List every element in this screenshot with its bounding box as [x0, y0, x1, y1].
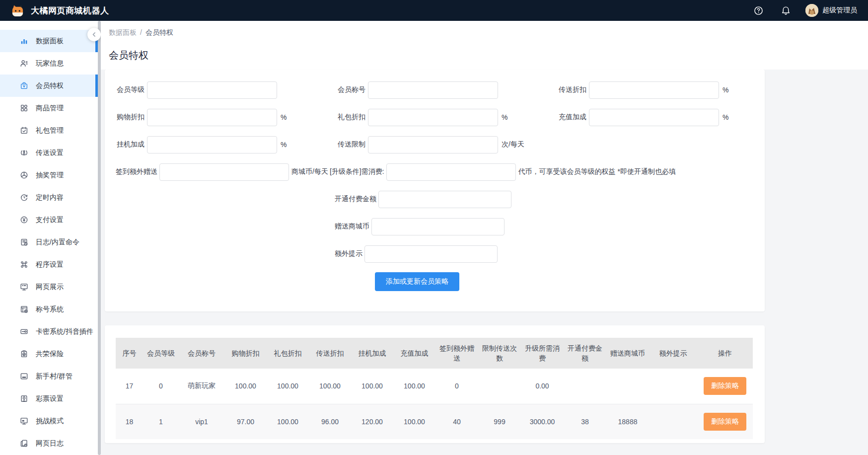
sidebar-item-label: 卡密系统/抖音插件	[36, 327, 93, 336]
sidebar-item-label: 传送设置	[36, 149, 64, 157]
form-field: 挂机加成%	[116, 136, 337, 153]
form-input[interactable]	[368, 81, 498, 99]
sidebar-item-program-settings[interactable]: 程序设置	[0, 253, 98, 276]
sidebar-item-log-command[interactable]: 日志/内置命令	[0, 231, 98, 253]
help-button[interactable]	[754, 6, 763, 15]
delete-policy-button[interactable]: 删除策略	[704, 413, 746, 431]
add-update-policy-button[interactable]: 添加或更新会员策略	[375, 272, 459, 291]
notifications-button[interactable]	[781, 6, 791, 15]
sidebar-scrollbar[interactable]	[98, 21, 101, 455]
scheduled-content-icon	[20, 193, 28, 202]
sidebar-item-label: 网页日志	[36, 439, 64, 448]
sidebar-item-payment-settings[interactable]: 支付设置	[0, 209, 98, 231]
table-cell: 96.00	[309, 404, 351, 439]
sidebar-item-dashboard[interactable]: 数据面板	[0, 30, 98, 52]
field-suffix: %	[281, 113, 287, 121]
table-row: 181vip197.00100.0096.00120.00100.0040999…	[116, 404, 753, 439]
field-suffix: %	[723, 86, 728, 94]
table-cell: 120.00	[351, 404, 393, 439]
field-label: 额外提示	[335, 249, 362, 258]
field-suffix: 商城币/每天	[291, 167, 328, 176]
bell-icon	[781, 6, 791, 15]
table-header-cell: 升级所需消费	[521, 338, 564, 369]
sidebar-item-label: 支付设置	[36, 216, 64, 225]
form-input[interactable]	[589, 109, 719, 126]
table-cell	[649, 369, 697, 404]
form-input[interactable]	[371, 218, 505, 235]
form-field: 额外提示	[335, 245, 765, 263]
avatar	[805, 4, 818, 17]
form-input[interactable]	[589, 81, 719, 99]
table-cell: vip1	[179, 404, 224, 439]
sidebar-item-vip-privilege[interactable]: 会员特权	[0, 75, 98, 97]
form-input[interactable]	[159, 163, 289, 181]
form-input[interactable]	[378, 191, 511, 208]
form-input[interactable]	[368, 109, 498, 126]
form-input[interactable]	[147, 109, 277, 126]
gift-manage-icon	[20, 126, 28, 135]
sidebar: 数据面板玩家信息会员特权商品管理礼包管理传送设置抽奖管理定时内容支付设置日志/内…	[0, 21, 101, 455]
sidebar-item-title-system[interactable]: 称号系统	[0, 298, 98, 320]
form-input[interactable]	[147, 136, 277, 153]
sidebar-item-scheduled-content[interactable]: 定时内容	[0, 186, 98, 209]
sidebar-item-gift-manage[interactable]: 礼包管理	[0, 119, 98, 142]
table-cell: 100.00	[393, 404, 435, 439]
sidebar-item-challenge-mode[interactable]: 挑战模式	[0, 410, 98, 432]
sidebar-item-label: 数据面板	[36, 37, 64, 46]
sidebar-collapse-button[interactable]	[87, 28, 101, 41]
table-action-cell: 删除策略	[697, 369, 753, 404]
sidebar-item-label: 礼包管理	[36, 126, 64, 135]
field-suffix: %	[502, 113, 507, 121]
form-field	[558, 136, 779, 153]
sidebar-item-goods-manage[interactable]: 商品管理	[0, 97, 98, 119]
form-input[interactable]	[386, 163, 516, 181]
table-cell: 100.00	[267, 369, 309, 404]
table-header-cell: 赠送商城币	[606, 338, 649, 369]
breadcrumb-item[interactable]: 数据面板	[109, 28, 137, 36]
sidebar-item-newbie-group[interactable]: 新手村/群管	[0, 365, 98, 387]
table-cell: 38	[564, 404, 606, 439]
insurance-icon	[20, 350, 28, 358]
sidebar-item-teleport-settings[interactable]: 传送设置	[0, 142, 98, 164]
member-policy-table: 序号会员等级会员称号购物折扣礼包折扣传送折扣挂机加成充值加成签到额外赠送限制传送…	[116, 338, 753, 439]
table-cell	[649, 404, 697, 439]
table-cell	[564, 369, 606, 404]
member-policy-table-card: 序号会员等级会员称号购物折扣礼包折扣传送折扣挂机加成充值加成签到额外赠送限制传送…	[105, 325, 765, 443]
player-info-icon	[20, 59, 28, 68]
form-field: 礼包折扣%	[337, 108, 558, 126]
table-cell: 萌新玩家	[179, 369, 224, 404]
form-grid: 会员等级会员称号传送折扣%购物折扣%礼包折扣%充值加成%挂机加成%传送限制次/每…	[116, 81, 765, 153]
table-cell	[606, 369, 649, 404]
table-cell	[478, 369, 521, 404]
sidebar-item-label: 新手村/群管	[36, 372, 72, 381]
form-input[interactable]	[147, 81, 277, 99]
table-cell: 0	[435, 369, 478, 404]
sidebar-item-player-info[interactable]: 玩家信息	[0, 52, 98, 75]
sidebar-item-insurance[interactable]: 共荣保险	[0, 343, 98, 365]
table-body: 170萌新玩家100.00100.00100.00100.00100.0000.…	[116, 369, 753, 439]
sidebar-item-label: 定时内容	[36, 193, 64, 202]
sidebar-item-web-log[interactable]: 网页日志	[0, 432, 98, 455]
table-header-cell: 额外提示	[649, 338, 697, 369]
form-input[interactable]	[364, 245, 498, 263]
user-menu[interactable]: 超级管理员	[805, 4, 857, 17]
sidebar-item-card-key[interactable]: 卡密系统/抖音插件	[0, 320, 98, 343]
sidebar-item-lottery-manage[interactable]: 抽奖管理	[0, 164, 98, 186]
sidebar-item-lottery-ticket[interactable]: 彩票设置	[0, 387, 98, 410]
sidebar-item-web-display[interactable]: 网页展示	[0, 276, 98, 298]
field-label: 签到额外赠送	[116, 167, 157, 176]
field-label: 会员等级	[116, 85, 145, 94]
table-header-cell: 挂机加成	[351, 338, 393, 369]
table-cell: 100.00	[351, 369, 393, 404]
table-cell: 0.00	[521, 369, 564, 404]
member-policy-form: 会员等级会员称号传送折扣%购物折扣%礼包折扣%充值加成%挂机加成%传送限制次/每…	[105, 70, 765, 311]
sidebar-item-label: 共荣保险	[36, 350, 64, 359]
form-field: 会员称号	[337, 81, 558, 99]
newbie-group-icon	[20, 372, 28, 380]
table-cell: 100.00	[267, 404, 309, 439]
form-input[interactable]	[368, 136, 498, 153]
help-icon	[754, 6, 763, 15]
field-suffix: %	[281, 141, 287, 149]
delete-policy-button[interactable]: 删除策略	[704, 377, 746, 395]
field-label: 充值加成	[558, 113, 586, 122]
